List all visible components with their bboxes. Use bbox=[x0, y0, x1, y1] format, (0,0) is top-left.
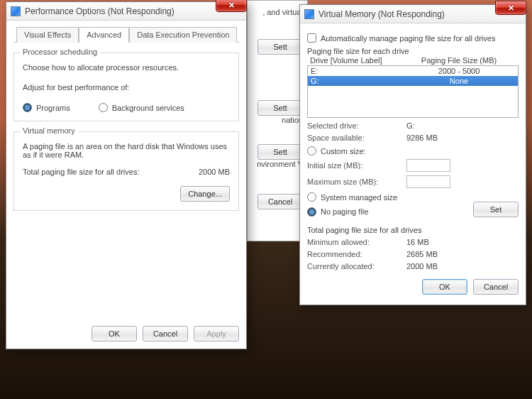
radio-background-input[interactable] bbox=[99, 103, 108, 112]
radio-no-paging-label: No paging file bbox=[321, 207, 368, 216]
virtual-memory-desc: A paging file is an area on the hard dis… bbox=[23, 142, 230, 159]
change-button[interactable]: Change... bbox=[180, 186, 230, 202]
auto-manage-label: Automatically manage paging file size fo… bbox=[321, 34, 495, 43]
total-paging-value: 2000 MB bbox=[199, 168, 230, 176]
drive-size: 2000 - 5000 bbox=[403, 67, 515, 75]
cancel-button[interactable]: Cancel bbox=[143, 326, 188, 341]
drive-label: E: bbox=[311, 67, 403, 75]
header-size: Paging File Size (MB) bbox=[402, 56, 516, 65]
close-icon: ✕ bbox=[228, 1, 235, 10]
drive-list-header: Drive [Volume Label] Paging File Size (M… bbox=[307, 55, 519, 65]
virtual-memory-group: Virtual memory A paging file is an area … bbox=[13, 131, 239, 211]
window-title: Performance Options (Not Responding) bbox=[25, 6, 174, 16]
set-button[interactable]: Set bbox=[473, 202, 519, 217]
titlebar[interactable]: Performance Options (Not Responding) ✕ bbox=[6, 2, 246, 21]
space-available-value: 9286 MB bbox=[406, 133, 438, 142]
cancel-button[interactable]: Cancel bbox=[473, 279, 519, 295]
radio-no-paging-input[interactable] bbox=[307, 207, 316, 217]
recommended-label: Recommended: bbox=[307, 250, 399, 258]
selected-drive-value: G: bbox=[406, 121, 415, 130]
initial-size-input[interactable] bbox=[406, 159, 450, 172]
tab-strip: Visual Effects Advanced Data Execution P… bbox=[13, 26, 239, 43]
processor-scheduling-title: Processor scheduling bbox=[20, 48, 100, 56]
drive-label: G: bbox=[311, 77, 403, 85]
total-paging-label: Total paging file size for all drives: bbox=[23, 168, 199, 176]
tab-dep[interactable]: Data Execution Prevention bbox=[129, 27, 237, 43]
titlebar[interactable]: Virtual Memory (Not Responding) ✕ bbox=[300, 5, 526, 23]
bg-virtual-text: , and virtual bbox=[252, 8, 303, 16]
window-title: Virtual Memory (Not Responding) bbox=[318, 9, 445, 19]
each-drive-label: Paging file size for each drive bbox=[307, 47, 519, 55]
auto-manage-input[interactable] bbox=[307, 33, 316, 43]
header-drive: Drive [Volume Label] bbox=[310, 56, 402, 65]
drive-size: None bbox=[403, 77, 515, 85]
initial-size-label: Initial size (MB): bbox=[307, 161, 399, 170]
drive-list[interactable]: E: 2000 - 5000 G: None bbox=[307, 65, 519, 118]
radio-programs-input[interactable] bbox=[23, 103, 32, 112]
close-icon: ✕ bbox=[508, 4, 514, 13]
close-button[interactable]: ✕ bbox=[495, 1, 526, 15]
selected-drive-label: Selected drive: bbox=[307, 121, 399, 130]
radio-programs[interactable]: Programs bbox=[23, 103, 70, 112]
radio-system-managed[interactable]: System managed size bbox=[307, 192, 519, 202]
adjust-label: Adjust for best performance of: bbox=[23, 83, 230, 92]
min-allowed-value: 16 MB bbox=[406, 238, 429, 246]
radio-system-managed-label: System managed size bbox=[321, 193, 397, 202]
radio-no-paging[interactable]: No paging file bbox=[307, 207, 473, 217]
totals-title: Total paging file size for all drives bbox=[307, 226, 519, 234]
virtual-memory-title: Virtual memory bbox=[20, 126, 78, 135]
radio-custom-label: Custom size: bbox=[321, 147, 366, 155]
maximum-size-label: Maximum size (MB): bbox=[307, 177, 399, 186]
bg-info-label: nation bbox=[252, 116, 303, 144]
radio-background[interactable]: Background services bbox=[99, 103, 184, 112]
drive-row[interactable]: G: None bbox=[308, 76, 518, 86]
window-icon bbox=[304, 9, 314, 19]
tab-visual-effects[interactable]: Visual Effects bbox=[16, 27, 79, 43]
close-button[interactable]: ✕ bbox=[216, 0, 247, 12]
performance-options-window: Performance Options (Not Responding) ✕ V… bbox=[6, 1, 247, 349]
auto-manage-checkbox[interactable]: Automatically manage paging file size fo… bbox=[307, 33, 519, 43]
recommended-value: 2685 MB bbox=[406, 250, 438, 258]
apply-button[interactable]: Apply bbox=[194, 326, 239, 341]
currently-allocated-label: Currently allocated: bbox=[307, 262, 399, 270]
radio-custom-size[interactable]: Custom size: bbox=[307, 146, 519, 155]
radio-system-managed-input[interactable] bbox=[307, 192, 316, 202]
space-available-label: Space available: bbox=[307, 133, 399, 142]
virtual-memory-window: Virtual Memory (Not Responding) ✕ Automa… bbox=[299, 4, 526, 305]
bg-settings-button-1[interactable]: Sett bbox=[257, 39, 303, 55]
radio-custom-input[interactable] bbox=[307, 146, 316, 155]
bg-settings-button-3[interactable]: Sett bbox=[257, 144, 303, 160]
drive-row[interactable]: E: 2000 - 5000 bbox=[308, 66, 518, 76]
tab-advanced[interactable]: Advanced bbox=[79, 27, 129, 43]
ok-button[interactable]: OK bbox=[422, 279, 467, 295]
window-icon bbox=[11, 6, 21, 16]
min-allowed-label: Minimum allowed: bbox=[307, 238, 399, 246]
bg-env-label: nvironment V bbox=[252, 160, 303, 181]
ok-button[interactable]: OK bbox=[92, 326, 137, 341]
processor-scheduling-desc: Choose how to allocate processor resourc… bbox=[23, 63, 230, 72]
radio-background-label: Background services bbox=[112, 104, 184, 112]
currently-allocated-value: 2000 MB bbox=[406, 262, 438, 270]
radio-programs-label: Programs bbox=[36, 104, 70, 112]
maximum-size-input[interactable] bbox=[406, 175, 450, 188]
bg-settings-button-2[interactable]: Sett bbox=[257, 100, 303, 116]
processor-scheduling-group: Processor scheduling Choose how to alloc… bbox=[13, 53, 239, 121]
bg-cancel-button[interactable]: Cancel bbox=[257, 194, 303, 209]
